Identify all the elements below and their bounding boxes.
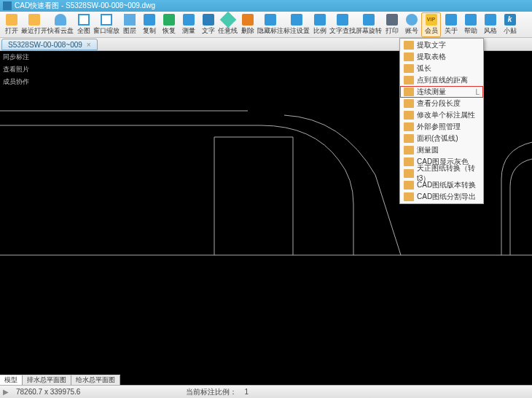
account-button[interactable]: 账号 (402, 12, 421, 37)
left-panel-item[interactable]: 同步标注 (0, 51, 35, 63)
layer-button[interactable]: 图层 (120, 12, 139, 37)
menu-item-label: 面积(含弧线) (417, 133, 480, 144)
hidemark-button[interactable]: 隐藏标注 (257, 12, 283, 37)
help-label: 帮助 (464, 26, 477, 36)
dropdown-item[interactable]: CAD图纸分割导出 (401, 191, 482, 203)
left-panel-item[interactable]: 查看照片 (0, 63, 35, 76)
left-panel: 同步标注查看照片成员协作 (0, 51, 35, 88)
tips-button[interactable]: k小贴 (500, 12, 520, 37)
rotate-icon (363, 14, 375, 26)
sheet-tab[interactable]: 模型 (0, 375, 23, 385)
zoom-label: 窗口缩放 (93, 26, 120, 36)
full-label: 全图 (77, 26, 90, 36)
sheet-tab[interactable]: 排水总平面图 (23, 375, 71, 385)
about-label: 关于 (445, 26, 458, 36)
dropdown-item[interactable]: 修改单个标注属性 (401, 109, 482, 121)
menu-item-icon (404, 76, 414, 85)
file-tab[interactable]: S5328SW-00-008~009 × (1, 39, 98, 50)
dropdown-item[interactable]: 提取文字 (401, 39, 482, 51)
layer-icon (124, 14, 136, 26)
scale-icon (314, 14, 326, 26)
zoom-button[interactable]: 窗口缩放 (93, 12, 120, 37)
freeline-button[interactable]: 任意线 (218, 12, 238, 37)
open-label: 打开 (5, 26, 18, 36)
menu-item-label: CAD图纸版本转换 (417, 180, 480, 190)
restore-button[interactable]: 恢复 (159, 12, 179, 37)
file-tab-label: S5328SW-00-008~009 (8, 41, 82, 49)
cloud-label: 快看云盘 (47, 26, 74, 36)
markset-label: 标注设置 (283, 26, 310, 36)
open-button[interactable]: 打开 (1, 12, 21, 37)
menu-item-icon (404, 122, 414, 131)
menu-item-label: 修改单个标注属性 (417, 110, 480, 120)
menu-item-icon (404, 111, 414, 120)
markset-button[interactable]: 标注设置 (283, 12, 310, 37)
copy-button[interactable]: 复制 (139, 12, 159, 37)
about-icon (445, 14, 457, 26)
freeline-icon (219, 11, 236, 28)
main-toolbar: 打开最近打开快看云盘全图窗口缩放图层复制恢复测量文字任意线删除隐藏标注标注设置比… (0, 12, 532, 38)
dropdown-item[interactable]: 弧长 (401, 63, 482, 74)
tips-icon: k (504, 14, 516, 26)
dropdown-item[interactable]: 提取表格 (401, 51, 482, 63)
menu-item-label: 外部参照管理 (417, 122, 480, 132)
menu-item-icon (404, 181, 414, 190)
account-label: 账号 (405, 26, 418, 36)
vip-icon: VIP (426, 14, 437, 26)
scale-button[interactable]: 比例 (310, 12, 329, 37)
left-panel-item[interactable]: 成员协作 (0, 76, 35, 88)
dropdown-item[interactable]: CAD图纸版本转换 (401, 179, 482, 191)
menu-item-label: 连续测量 (417, 87, 475, 97)
dropdown-item[interactable]: 查看分段长度 (401, 98, 482, 109)
markset-icon (291, 14, 302, 26)
sheet-tabs: 模型排水总平面图给水总平面图 (0, 375, 120, 385)
recent-button[interactable]: 最近打开 (21, 12, 47, 37)
window-title: CAD快速看图 - S5328SW-00-008~009.dwg (15, 1, 155, 11)
vip-button[interactable]: VIP会员 (421, 12, 441, 37)
menu-item-label: 提取表格 (417, 52, 480, 62)
rotate-button[interactable]: 屏幕旋转 (356, 12, 382, 37)
style-label: 风格 (484, 26, 497, 36)
vip-label: 会员 (425, 26, 438, 36)
menu-item-icon (404, 169, 414, 178)
restore-label: 恢复 (163, 26, 176, 36)
findtext-icon (337, 14, 348, 26)
dropdown-item[interactable]: 天正图纸转换（转t3） (401, 168, 482, 179)
text-button[interactable]: 文字 (198, 12, 218, 37)
text-icon (203, 14, 214, 26)
print-icon (386, 14, 398, 26)
dropdown-item[interactable]: 外部参照管理 (401, 121, 482, 133)
menu-item-icon (404, 146, 414, 155)
menu-item-icon (404, 64, 414, 73)
about-button[interactable]: 关于 (441, 12, 461, 37)
style-button[interactable]: 风格 (480, 12, 500, 37)
full-icon (78, 14, 90, 26)
delete-label: 删除 (241, 26, 254, 36)
full-button[interactable]: 全图 (74, 12, 93, 37)
dropdown-item[interactable]: 面积(含弧线) (401, 133, 482, 144)
dropdown-item[interactable]: 连续测量L (400, 86, 483, 98)
dropdown-item[interactable]: 点到直线的距离 (401, 74, 482, 86)
menu-item-shortcut: L (475, 88, 480, 96)
dropdown-item[interactable]: 测量圆 (401, 144, 482, 156)
menu-item-label: 查看分段长度 (417, 98, 480, 109)
help-button[interactable]: 帮助 (461, 12, 480, 37)
coord-indicator-icon: ▶ (3, 388, 9, 396)
tips-label: 小贴 (504, 26, 517, 36)
measure-icon (183, 14, 195, 26)
text-label: 文字 (202, 26, 215, 36)
close-icon[interactable]: × (87, 41, 91, 49)
zoom-icon (101, 14, 112, 26)
menu-item-label: CAD图纸分割导出 (417, 192, 480, 202)
cloud-button[interactable]: 快看云盘 (47, 12, 74, 37)
print-button[interactable]: 打印 (382, 12, 402, 37)
account-icon (406, 14, 418, 26)
delete-button[interactable]: 删除 (238, 12, 257, 37)
layer-label: 图层 (123, 26, 136, 36)
recent-icon (28, 14, 40, 26)
measure-button[interactable]: 测量 (179, 12, 198, 37)
menu-item-icon (404, 134, 414, 143)
sheet-tab[interactable]: 给水总平面图 (71, 375, 120, 385)
findtext-button[interactable]: 文字查找 (329, 12, 356, 37)
app-icon (3, 1, 12, 10)
